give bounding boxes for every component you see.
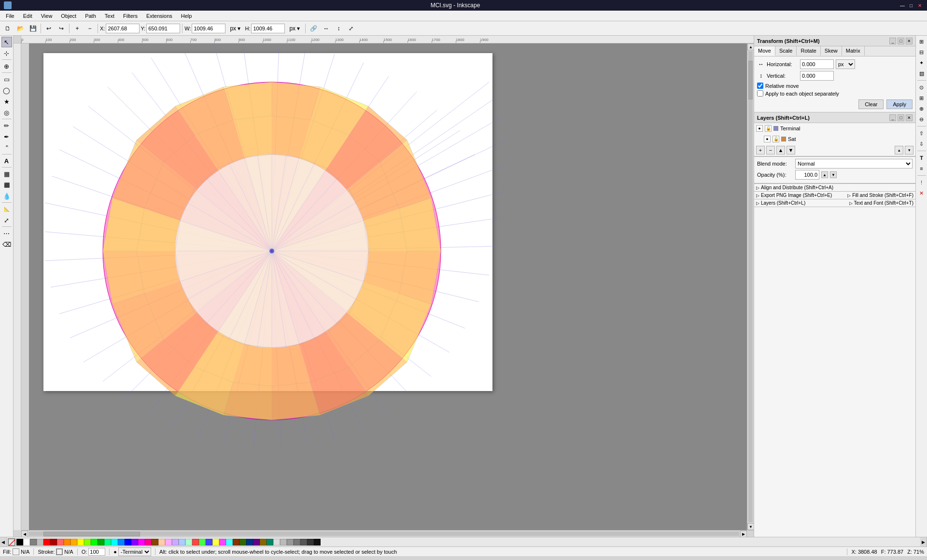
export-button[interactable]: ⇧ [917, 128, 927, 138]
palette-swatch-19[interactable] [145, 539, 152, 546]
palette-swatch-4[interactable] [43, 539, 50, 546]
palette-swatch-13[interactable] [104, 539, 111, 546]
width-unit-btn[interactable]: px ▾ [226, 23, 244, 34]
menu-item-object[interactable]: Object [57, 12, 80, 20]
no-color-swatch[interactable] [8, 538, 15, 546]
palette-swatch-41[interactable] [294, 539, 300, 546]
palette-swatch-16[interactable] [125, 539, 131, 546]
palette-swatch-40[interactable] [287, 539, 294, 546]
vscroll-down-button[interactable]: ▼ [747, 523, 754, 530]
eyedropper-button[interactable]: 💧 [1, 191, 12, 201]
coord-x-input[interactable] [106, 24, 140, 33]
apply-each-checkbox[interactable] [757, 90, 763, 97]
xml-editor-button[interactable]: ✦ [917, 58, 927, 68]
apply-button[interactable]: Apply [886, 99, 913, 109]
blend-mode-select[interactable]: Normal Multiply Screen Overlay Darken Li… [795, 159, 913, 168]
transform-collapse-button[interactable]: _ [889, 38, 896, 44]
vscroll-thumb[interactable] [748, 61, 753, 99]
palette-swatch-33[interactable] [239, 539, 246, 546]
layer-remove-button[interactable]: − [766, 146, 775, 154]
palette-swatch-1[interactable] [23, 539, 30, 546]
palette-swatch-39[interactable] [280, 539, 287, 546]
layer-terminal-lock[interactable]: 🔓 [765, 125, 772, 132]
palette-swatch-36[interactable] [260, 539, 267, 546]
tab-rotate[interactable]: Rotate [797, 46, 820, 56]
palette-swatch-15[interactable] [118, 539, 125, 546]
hscroll-thumb[interactable] [43, 532, 140, 536]
palette-swatch-7[interactable] [64, 539, 70, 546]
spray-tool-button[interactable]: ⋯ [1, 228, 12, 238]
menu-item-path[interactable]: Path [81, 12, 100, 20]
layer-move-selection-down[interactable]: ▾ [905, 146, 913, 154]
lines-button[interactable]: ≡ [917, 164, 927, 173]
hscroll-left-button[interactable]: ◀ [21, 531, 28, 537]
palette-swatch-43[interactable] [307, 539, 314, 546]
lock-aspect-button[interactable]: 🔗 [308, 23, 319, 34]
palette-swatch-14[interactable] [111, 539, 118, 546]
paint-bucket-button[interactable]: ⬛ [1, 180, 12, 190]
pencil-tool-button[interactable]: ✏ [1, 120, 12, 131]
spiral-tool-button[interactable]: ◎ [1, 107, 12, 118]
opacity-down-button[interactable]: ▼ [830, 171, 837, 178]
layer-row-terminal[interactable]: ● 🔓 Terminal [754, 123, 915, 134]
clear-button[interactable]: Clear [858, 99, 884, 109]
coord-y-input[interactable] [146, 24, 180, 33]
palette-swatch-30[interactable] [219, 539, 226, 546]
palette-right-arrow[interactable]: ▶ [920, 537, 927, 547]
canvas-container[interactable] [29, 43, 747, 530]
view-toggle-button[interactable]: ⊟ [917, 47, 927, 57]
height-unit-btn[interactable]: px ▾ [286, 23, 303, 34]
align-panel-row[interactable]: ▷ Align and Distribute (Shift+Ctrl+A) [754, 184, 915, 192]
zoom-tool-button[interactable]: ⊕ [1, 61, 12, 71]
save-button[interactable]: 💾 [27, 23, 39, 34]
menu-item-file[interactable]: File [2, 12, 18, 20]
palette-swatch-23[interactable] [172, 539, 179, 546]
palette-swatch-25[interactable] [185, 539, 192, 546]
palette-swatch-9[interactable] [77, 539, 84, 546]
height-input[interactable] [251, 24, 285, 33]
menu-item-view[interactable]: View [37, 12, 56, 20]
palette-swatch-3[interactable] [37, 539, 43, 546]
connector-tool-button[interactable]: ⤢ [1, 215, 12, 225]
palette-swatch-21[interactable] [158, 539, 165, 546]
width-input[interactable] [192, 24, 225, 33]
object-props-button[interactable]: ⊙ [917, 83, 927, 92]
close-button[interactable]: ✕ [916, 2, 923, 9]
menu-item-text[interactable]: Text [101, 12, 118, 20]
tab-scale[interactable]: Scale [775, 46, 797, 56]
horizontal-unit-select[interactable]: px mm % [836, 59, 855, 69]
opacity-up-button[interactable]: ▲ [821, 171, 828, 178]
palette-swatch-26[interactable] [192, 539, 199, 546]
layers-close-button[interactable]: ✕ [906, 114, 913, 121]
layer-add-button[interactable]: + [756, 146, 765, 154]
redo-button[interactable]: ↪ [56, 23, 67, 34]
zoom-in-button[interactable]: + [71, 23, 83, 34]
palette-swatch-8[interactable] [70, 539, 77, 546]
flip-v-button[interactable]: ↕ [333, 23, 344, 34]
relative-move-checkbox[interactable] [757, 83, 763, 89]
tab-skew[interactable]: Skew [821, 46, 842, 56]
text-align-button[interactable]: T [917, 153, 927, 163]
flip-h-button[interactable]: ↔ [320, 23, 332, 34]
palette-swatch-29[interactable] [212, 539, 219, 546]
layer-up-button[interactable]: ▲ [776, 146, 785, 154]
zoom-page-button[interactable]: ⊖ [917, 114, 927, 124]
transform-float-button[interactable]: □ [898, 38, 904, 44]
layer-sat-eye[interactable]: ● [764, 136, 771, 142]
tab-move[interactable]: Move [754, 46, 775, 56]
palette-swatch-20[interactable] [152, 539, 158, 546]
select-tool-button[interactable]: ↖ [1, 37, 12, 47]
palette-swatch-37[interactable] [267, 539, 273, 546]
eraser-tool-button[interactable]: ⌫ [1, 239, 12, 250]
palette-swatch-32[interactable] [233, 539, 239, 546]
opacity-status-input[interactable] [88, 548, 105, 556]
open-button[interactable]: 📂 [14, 23, 26, 34]
palette-swatch-18[interactable] [138, 539, 145, 546]
menu-item-extensions[interactable]: Extensions [142, 12, 176, 20]
menu-item-edit[interactable]: Edit [19, 12, 36, 20]
transform-close-button[interactable]: ✕ [906, 38, 913, 44]
pen-tool-button[interactable]: ✒ [1, 131, 12, 142]
palette-swatch-27[interactable] [199, 539, 206, 546]
layer-terminal-eye[interactable]: ● [756, 125, 763, 132]
horizontal-input[interactable] [800, 59, 834, 69]
